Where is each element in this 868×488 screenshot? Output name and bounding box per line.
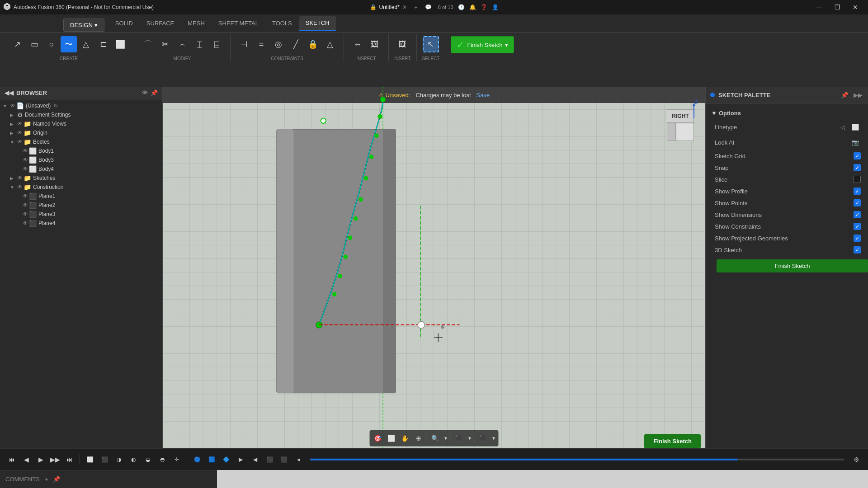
- measure-tool[interactable]: ↔: [349, 36, 366, 52]
- browser-pin-icon[interactable]: 📌: [151, 89, 158, 96]
- polygon-tool[interactable]: △: [78, 36, 94, 52]
- orbit-tool[interactable]: ⊕: [412, 432, 425, 445]
- palette-expand-button[interactable]: ▶▶: [853, 89, 863, 100]
- timeline-icon8[interactable]: 🔵: [191, 453, 203, 466]
- tab-surface[interactable]: SURFACE: [140, 16, 180, 31]
- palette-row-show-dimensions[interactable]: Show Dimensions ✓: [706, 209, 868, 221]
- tree-item-plane3[interactable]: 👁 ⬛ Plane3: [0, 210, 162, 219]
- finish-sketch-floating-button[interactable]: Finish Sketch: [644, 434, 701, 448]
- palette-row-show-projected[interactable]: Show Projected Geometries ✓: [706, 232, 868, 244]
- bell-icon[interactable]: 🔔: [469, 4, 476, 10]
- palette-row-look-at[interactable]: Look At 📷: [706, 135, 868, 150]
- palette-pin-button[interactable]: 📌: [839, 89, 850, 100]
- timeline-icon11[interactable]: ▶: [234, 453, 247, 466]
- step-back-button[interactable]: ◀: [20, 453, 33, 466]
- viewport[interactable]: ⚠ Unsaved: Changes may be lost Save: [163, 87, 705, 448]
- timeline-icon4[interactable]: ◐: [127, 453, 140, 466]
- tree-item-body1[interactable]: 👁 ⬜ Body1: [0, 146, 162, 155]
- minimize-button[interactable]: —: [810, 0, 828, 14]
- palette-row-snap[interactable]: Snap ✓: [706, 162, 868, 174]
- inspect-picture[interactable]: 🖼: [367, 36, 383, 52]
- skip-start-button[interactable]: ⏮: [5, 453, 18, 466]
- trim-tool[interactable]: ✂: [157, 36, 173, 52]
- timeline-icon9[interactable]: 🟦: [205, 453, 218, 466]
- zoom-tool[interactable]: 🔍: [429, 432, 442, 445]
- timeline-icon7[interactable]: ✛: [170, 453, 183, 466]
- timeline-icon2[interactable]: ⬛: [98, 453, 111, 466]
- offset-tool[interactable]: ⌸: [208, 36, 225, 52]
- skip-end-button[interactable]: ⏭: [63, 453, 76, 466]
- snap-checkbox[interactable]: ✓: [854, 164, 861, 171]
- midpoint-constraint[interactable]: ╱: [288, 36, 304, 52]
- user-icon[interactable]: 👤: [492, 4, 499, 10]
- browser-collapse-icon[interactable]: ◀◀: [5, 89, 14, 96]
- help-icon[interactable]: ❓: [481, 4, 487, 10]
- rectangle-tool[interactable]: ▭: [26, 36, 42, 52]
- linetype-icon1[interactable]: ◁: [837, 122, 848, 132]
- timeline-icon1[interactable]: ⬜: [84, 453, 96, 466]
- chat-icon[interactable]: 💬: [425, 4, 432, 10]
- tree-item-named-views[interactable]: ▶ 👁 📁 Named Views: [0, 119, 162, 128]
- fix-constraint[interactable]: 🔒: [305, 36, 321, 52]
- settings-gear-button[interactable]: ⚙: [850, 453, 863, 466]
- palette-row-sketch-grid[interactable]: Sketch Grid ✓: [706, 150, 868, 162]
- mirror-tool[interactable]: ⌶: [191, 36, 208, 52]
- tree-item-origin[interactable]: ▶ 👁 📁 Origin: [0, 128, 162, 137]
- finish-sketch-button[interactable]: ✓ Finish Sketch ▾: [451, 36, 514, 53]
- tab-tools[interactable]: TOOLS: [266, 16, 298, 31]
- timeline-icon10[interactable]: 🔷: [220, 453, 232, 466]
- linetype-icon2[interactable]: ⬜: [850, 122, 861, 132]
- play-button[interactable]: ▶: [34, 453, 47, 466]
- tree-item-bodies[interactable]: ▼ 👁 📁 Bodies: [0, 137, 162, 146]
- palette-row-show-profile[interactable]: Show Profile ✓: [706, 185, 868, 197]
- point-tool[interactable]: ⬜: [112, 36, 128, 52]
- clock-icon[interactable]: 🕐: [458, 4, 465, 10]
- comments-pin-icon[interactable]: 📌: [53, 476, 60, 483]
- step-forward-button[interactable]: ▶▶: [49, 453, 61, 466]
- close-tab-icon[interactable]: ✕: [402, 4, 407, 10]
- view-dropdown[interactable]: ▾: [467, 435, 473, 441]
- coincident-constraint[interactable]: ⊣: [236, 36, 252, 52]
- fillet-tool[interactable]: ⌒: [140, 36, 156, 52]
- timeline-icon3[interactable]: ◑: [113, 453, 125, 466]
- design-dropdown[interactable]: DESIGN ▾: [63, 19, 104, 32]
- pan-tool[interactable]: ✋: [399, 432, 411, 445]
- timeline-icon13[interactable]: ⬛: [263, 453, 276, 466]
- maximize-button[interactable]: ❐: [828, 0, 846, 14]
- tab-solid[interactable]: SOLID: [109, 16, 139, 31]
- tangent-constraint[interactable]: △: [322, 36, 338, 52]
- line-tool[interactable]: ↗: [9, 36, 25, 52]
- show-points-checkbox[interactable]: ✓: [854, 199, 861, 206]
- extend-tool[interactable]: ⌢: [174, 36, 190, 52]
- palette-row-slice[interactable]: Slice: [706, 174, 868, 185]
- concentric-constraint[interactable]: ◎: [270, 36, 287, 52]
- snap-tool[interactable]: 🎯: [372, 432, 384, 445]
- show-profile-checkbox[interactable]: ✓: [854, 188, 861, 195]
- tree-item-sketches[interactable]: ▶ 👁 📁 Sketches: [0, 174, 162, 183]
- palette-row-linetype[interactable]: Linetype ◁ ⬜: [706, 119, 868, 135]
- tree-item-plane2[interactable]: 👁 ⬛ Plane2: [0, 201, 162, 210]
- timeline-icon6[interactable]: ◓: [156, 453, 169, 466]
- slice-checkbox[interactable]: [854, 176, 861, 183]
- timeline-icon12[interactable]: ◀: [249, 453, 261, 466]
- palette-row-show-points[interactable]: Show Points ✓: [706, 197, 868, 209]
- finish-sketch-palette-button[interactable]: Finish Sketch: [717, 259, 868, 272]
- grid-toggle[interactable]: ⬛: [477, 432, 490, 445]
- new-tab-icon[interactable]: ＋: [413, 4, 419, 11]
- refresh-icon[interactable]: ↻: [53, 103, 58, 109]
- select-tool[interactable]: ↖: [423, 36, 439, 52]
- grid-dropdown[interactable]: ▾: [491, 435, 497, 441]
- insert-image[interactable]: 🖼: [394, 36, 410, 52]
- eye-icon[interactable]: 👁: [10, 103, 15, 109]
- spline-tool[interactable]: 〜: [61, 36, 77, 52]
- 3d-sketch-checkbox[interactable]: ✓: [854, 246, 861, 253]
- look-at-icon[interactable]: 📷: [850, 137, 861, 148]
- tree-item-unsaved[interactable]: ▼ 👁 📄 (Unsaved) ↻: [0, 101, 162, 110]
- tree-item-body4[interactable]: 👁 ⬜ Body4: [0, 164, 162, 174]
- tree-item-plane1[interactable]: 👁 ⬛ Plane1: [0, 192, 162, 201]
- zoom-dropdown[interactable]: ▾: [443, 435, 449, 441]
- view-cube[interactable]: RIGHT Z: [667, 109, 698, 141]
- timeline-icon14[interactable]: ⬛: [278, 453, 290, 466]
- tree-item-construction[interactable]: ▼ 👁 📁 Construction: [0, 183, 162, 192]
- close-button[interactable]: ✕: [846, 0, 864, 14]
